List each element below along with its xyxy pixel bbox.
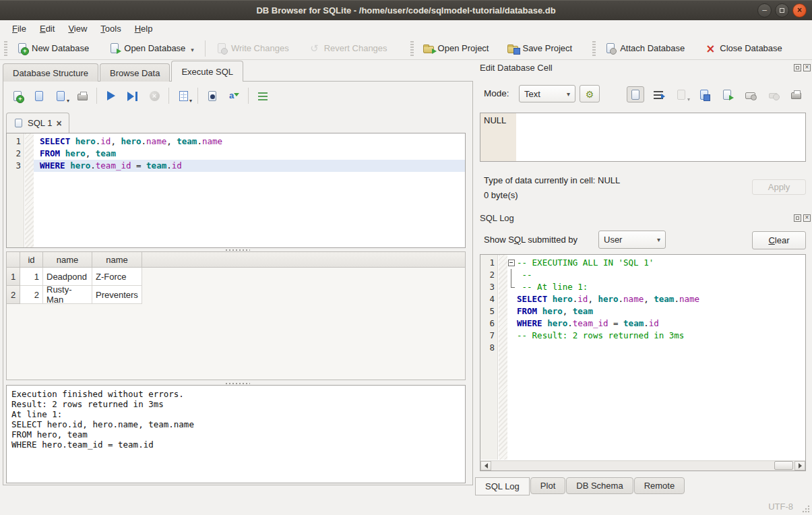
fold-marker-icon xyxy=(507,269,517,281)
cell-id[interactable]: 2 xyxy=(20,286,43,304)
fold-marker-icon xyxy=(507,317,517,330)
scroll-right-icon[interactable] xyxy=(794,461,805,471)
horizontal-scrollbar[interactable] xyxy=(480,460,805,471)
menu-file[interactable]: File xyxy=(5,22,33,36)
float-panel-icon[interactable] xyxy=(794,214,801,222)
apply-button[interactable]: Apply xyxy=(752,179,806,195)
write-changes-label: Write Changes xyxy=(231,43,289,53)
sql-log-filter-select[interactable]: User ▾ xyxy=(598,231,666,249)
editor-line: SELECT hero.id, hero.name, team.name xyxy=(34,135,465,148)
external-editor-button-icon xyxy=(745,92,755,99)
mode-select[interactable]: Text ▾ xyxy=(519,85,575,102)
text-view-button[interactable] xyxy=(627,86,644,102)
sql-log-view[interactable]: 12 34 56 78 -- EXECUTING ALL IN 'SQL 1' … xyxy=(480,254,806,471)
open-project-button[interactable]: Open Project xyxy=(418,40,495,56)
float-panel-icon[interactable] xyxy=(794,64,801,71)
titlebar: DB Browser for SQLite - /home/user/code/… xyxy=(0,0,812,20)
tab-browse-data[interactable]: Browse Data xyxy=(100,63,170,82)
tab-database-structure[interactable]: Database Structure xyxy=(3,63,98,82)
print-sql-button[interactable] xyxy=(73,88,91,104)
cell-hero-name[interactable]: Deadpond xyxy=(43,268,92,286)
sql-document-tab[interactable]: SQL 1 × xyxy=(6,113,69,133)
font-button[interactable]: a xyxy=(225,88,243,104)
auto-switch-mode-button[interactable]: ⚙ xyxy=(580,85,600,102)
fold-marker-icon xyxy=(507,330,517,342)
set-null-button xyxy=(764,86,782,102)
attach-database-button[interactable]: Attach Database xyxy=(600,40,690,56)
sql-tab-bar: SQL 1 × xyxy=(6,113,69,133)
open-database-button[interactable]: Open Database ▾ xyxy=(104,40,199,56)
close-tab-icon[interactable]: × xyxy=(56,118,61,129)
statusbar: UTF-8 xyxy=(0,497,812,515)
window-controls: – × xyxy=(757,3,807,18)
close-button[interactable]: × xyxy=(792,3,807,18)
write-changes-icon xyxy=(218,43,226,53)
column-header-name2[interactable]: name xyxy=(92,252,142,267)
clear-log-button[interactable]: Clear xyxy=(752,231,806,249)
menu-edit[interactable]: Edit xyxy=(33,22,61,36)
cell-hero-name[interactable]: Rusty-Man xyxy=(43,286,92,304)
column-header-id[interactable]: id xyxy=(20,252,43,267)
open-sql-tab-button[interactable] xyxy=(9,88,26,104)
scrollbar-thumb[interactable] xyxy=(774,461,793,470)
close-panel-icon[interactable] xyxy=(803,64,811,71)
editor-line: FROM hero, team xyxy=(34,148,465,160)
scroll-left-icon[interactable] xyxy=(480,461,491,471)
tab-plot[interactable]: Plot xyxy=(530,477,565,494)
minimize-button[interactable]: – xyxy=(757,3,772,18)
sql-log-dock-buttons xyxy=(794,214,811,222)
save-sql-file-button[interactable]: ▾ xyxy=(52,88,69,104)
cell-id[interactable]: 1 xyxy=(20,268,43,286)
menu-view[interactable]: View xyxy=(61,22,94,36)
execute-current-line-button[interactable] xyxy=(124,88,142,104)
toolbar-grip xyxy=(410,41,414,56)
save-project-button[interactable]: Save Project xyxy=(502,40,577,56)
log-line-numbers: 12 34 56 78 xyxy=(480,255,498,460)
menu-help[interactable]: Help xyxy=(128,22,160,36)
toolbar-grip xyxy=(4,41,7,56)
sql-editor[interactable]: 1 2 3 SELECT hero.id, hero.name, team.na… xyxy=(6,133,466,248)
sql-tab-label: SQL 1 xyxy=(28,118,52,128)
editor-code-area[interactable]: SELECT hero.id, hero.name, team.name FRO… xyxy=(34,133,465,247)
tab-remote[interactable]: Remote xyxy=(634,477,685,494)
tab-sql-log[interactable]: SQL Log xyxy=(475,477,530,495)
fold-marker-icon xyxy=(507,293,517,305)
revert-changes-button[interactable]: ↺ Revert Changes xyxy=(304,40,393,57)
find-button[interactable] xyxy=(204,88,221,104)
open-sql-file-button[interactable] xyxy=(30,88,48,104)
export-to-file-button[interactable] xyxy=(695,86,713,102)
save-results-button[interactable]: ▾ xyxy=(175,88,192,104)
open-database-label: Open Database xyxy=(124,43,185,53)
scrollbar-track[interactable] xyxy=(491,461,794,471)
cell-team-name[interactable]: Z-Force xyxy=(92,268,142,286)
tab-db-schema[interactable]: DB Schema xyxy=(566,477,633,494)
fold-marker-icon[interactable] xyxy=(507,257,517,269)
row-header[interactable]: 2 xyxy=(7,286,20,304)
set-null-button-icon xyxy=(769,93,778,98)
close-database-icon: × xyxy=(705,43,716,54)
execute-all-button[interactable] xyxy=(102,88,120,104)
column-header-name[interactable]: name xyxy=(43,252,92,267)
cell-team-name[interactable]: Preventers xyxy=(92,286,142,304)
print-cell-button[interactable] xyxy=(787,86,805,102)
write-changes-button[interactable]: Write Changes xyxy=(211,40,294,56)
word-wrap-button[interactable] xyxy=(650,86,667,102)
row-header[interactable]: 1 xyxy=(7,268,20,286)
close-panel-icon[interactable] xyxy=(803,214,811,222)
tab-execute-sql[interactable]: Execute SQL xyxy=(171,61,243,82)
cell-value-editor[interactable]: NULL xyxy=(480,113,806,162)
cell-type-label: Type of data currently in cell: NULL xyxy=(484,175,620,185)
new-database-button[interactable]: New Database xyxy=(11,40,94,56)
maximize-button[interactable] xyxy=(775,3,789,18)
resize-grip[interactable] xyxy=(802,505,810,513)
menu-tools[interactable]: Tools xyxy=(94,22,127,36)
open-database-dropdown-icon[interactable]: ▾ xyxy=(191,47,194,53)
format-sql-button[interactable] xyxy=(254,88,272,104)
execution-message-box[interactable]: Execution finished without errors. Resul… xyxy=(6,385,466,483)
toolbar-separator xyxy=(197,88,198,104)
copy-data-button[interactable] xyxy=(718,86,736,102)
sql-document-icon xyxy=(15,119,22,127)
word-wrap-button-icon xyxy=(654,91,663,99)
external-editor-button[interactable] xyxy=(741,86,759,102)
close-database-button[interactable]: × Close Database xyxy=(699,40,788,57)
